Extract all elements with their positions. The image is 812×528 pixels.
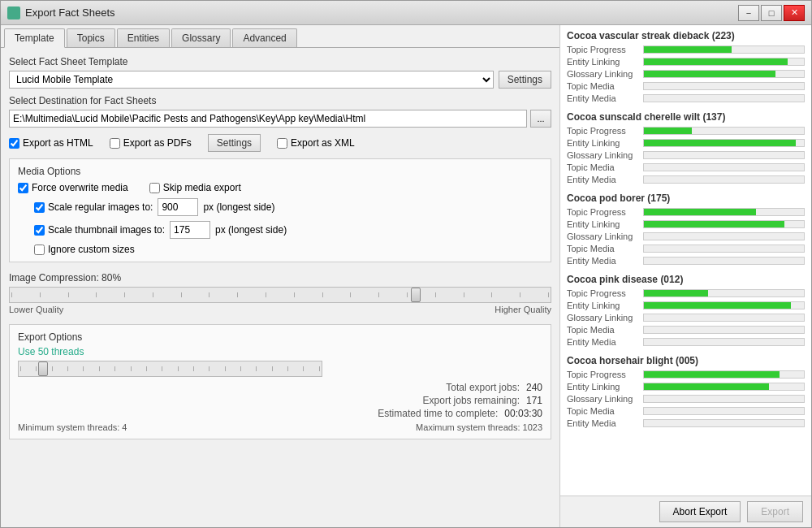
progress-item: Entity Linking <box>567 57 805 67</box>
tab-advanced[interactable]: Advanced <box>232 28 296 47</box>
skip-media-checkbox[interactable] <box>149 183 160 193</box>
progress-item: Entity Linking <box>567 138 805 148</box>
estimated-value: 00:03:30 <box>504 408 542 419</box>
scale-thumb-row: Scale thumbnail images to: px (longest s… <box>18 221 542 239</box>
export-xml-checkbox[interactable] <box>277 138 287 149</box>
progress-item: Glossary Linking <box>567 150 805 160</box>
scale-thumb-checkbox[interactable] <box>34 225 45 236</box>
progress-bar-container <box>643 127 805 135</box>
progress-item-label: Entity Media <box>567 256 640 266</box>
progress-bar <box>644 58 788 65</box>
progress-item: Entity Media <box>567 256 805 266</box>
progress-item-label: Topic Progress <box>567 370 640 379</box>
scale-thumb-checkbox-label[interactable]: Scale thumbnail images to: <box>34 224 165 236</box>
progress-bar <box>644 46 732 53</box>
scale-regular-checkbox-label[interactable]: Scale regular images to: <box>34 201 153 213</box>
template-dropdown[interactable]: Lucid Mobile Template <box>9 71 494 89</box>
progress-item-label: Glossary Linking <box>567 394 640 404</box>
compression-section: Image Compression: 80% <box>9 272 551 314</box>
minimize-button[interactable]: − <box>738 5 759 21</box>
progress-bar-container <box>643 289 805 297</box>
progress-container: Cocoa vascular streak dieback (223)Topic… <box>567 30 805 428</box>
progress-bar-container <box>643 232 805 240</box>
compression-slider-handle[interactable] <box>411 288 421 302</box>
progress-item-label: Glossary Linking <box>567 313 640 322</box>
progress-bar <box>644 209 756 215</box>
main-window: Export Fact Sheets − □ ✕ Template Topics… <box>0 0 812 528</box>
export-html-checkbox[interactable] <box>9 138 19 149</box>
progress-item: Topic Progress <box>567 370 805 379</box>
force-overwrite-checkbox[interactable] <box>18 183 28 193</box>
progress-bar <box>644 128 692 134</box>
progress-item: Entity Linking <box>567 382 805 392</box>
progress-item-label: Entity Linking <box>567 57 640 67</box>
bottom-bar: Abort Export Export <box>560 496 811 527</box>
progress-section-title: Cocoa vascular streak dieback (223) <box>567 30 805 41</box>
tab-entities[interactable]: Entities <box>117 28 170 47</box>
left-panel: Template Topics Entities Glossary Advanc… <box>1 25 559 527</box>
media-checkboxes-row: Force overwrite media Skip media export <box>18 182 542 193</box>
progress-bar <box>644 302 791 309</box>
template-row: Lucid Mobile Template Settings <box>9 71 551 89</box>
close-button[interactable]: ✕ <box>784 5 805 21</box>
progress-bar-container <box>643 208 805 216</box>
progress-section-title: Cocoa sunscald cherelle wilt (137) <box>567 111 805 123</box>
export-pdf-checkbox[interactable] <box>110 138 120 149</box>
force-overwrite-label[interactable]: Force overwrite media <box>18 182 128 193</box>
template-settings-button[interactable]: Settings <box>499 71 551 89</box>
slider-labels: Lower Quality Higher Quality <box>9 305 551 314</box>
progress-item: Entity Linking <box>567 219 805 229</box>
progress-bar <box>644 221 784 227</box>
ignore-custom-label[interactable]: Ignore custom sizes <box>34 244 542 255</box>
lower-quality-label: Lower Quality <box>9 305 63 314</box>
scale-regular-group: Scale regular images to: px (longest sid… <box>34 198 274 216</box>
export-button[interactable]: Export <box>747 501 803 522</box>
progress-bar-container <box>643 70 805 78</box>
system-row: Minimum system threads: 4 Maximum system… <box>18 422 542 432</box>
progress-item-label: Topic Progress <box>567 126 640 136</box>
progress-item-label: Glossary Linking <box>567 232 640 241</box>
threads-slider-track[interactable] <box>18 361 322 377</box>
progress-bar-container <box>643 395 805 403</box>
titlebar: Export Fact Sheets − □ ✕ <box>1 1 811 25</box>
export-settings-button[interactable]: Settings <box>208 134 261 152</box>
scale-regular-input[interactable] <box>158 198 198 216</box>
browse-button[interactable]: ... <box>530 110 551 128</box>
tab-content: Select Fact Sheet Template Lucid Mobile … <box>1 48 559 527</box>
export-xml-label[interactable]: Export as XML <box>277 137 355 149</box>
threads-slider-handle[interactable] <box>38 361 48 376</box>
restore-button[interactable]: □ <box>761 5 782 21</box>
tab-template[interactable]: Template <box>4 28 65 48</box>
progress-item-label: Topic Progress <box>567 45 640 54</box>
abort-export-button[interactable]: Abort Export <box>659 501 741 522</box>
tab-topics[interactable]: Topics <box>67 28 115 47</box>
export-pdf-label[interactable]: Export as PDFs <box>110 137 192 149</box>
progress-section: Cocoa vascular streak dieback (223)Topic… <box>567 30 805 103</box>
progress-scroll[interactable]: Cocoa vascular streak dieback (223)Topic… <box>560 25 811 496</box>
progress-bar-container <box>643 326 805 334</box>
progress-bar-container <box>643 94 805 102</box>
progress-item: Entity Media <box>567 337 805 347</box>
tab-glossary[interactable]: Glossary <box>171 28 231 47</box>
tab-bar: Template Topics Entities Glossary Advanc… <box>1 25 559 48</box>
progress-bar-container <box>643 82 805 90</box>
progress-bar <box>644 383 769 390</box>
progress-section: Cocoa sunscald cherelle wilt (137)Topic … <box>567 111 805 184</box>
destination-input[interactable] <box>9 110 527 128</box>
skip-media-label[interactable]: Skip media export <box>149 182 241 193</box>
scale-regular-checkbox[interactable] <box>34 202 45 213</box>
progress-item-label: Topic Progress <box>567 288 640 298</box>
scale-regular-suffix: px (longest side) <box>203 201 274 213</box>
compression-slider-track[interactable] <box>9 287 551 303</box>
export-html-label[interactable]: Export as HTML <box>9 137 93 149</box>
export-format-row: Export as HTML Export as PDFs Settings E… <box>9 134 551 152</box>
min-threads-label: Minimum system threads: 4 <box>18 422 127 432</box>
progress-bar <box>644 140 796 146</box>
ignore-custom-checkbox[interactable] <box>34 245 45 255</box>
progress-item: Glossary Linking <box>567 69 805 79</box>
progress-item-label: Topic Media <box>567 244 640 253</box>
progress-item: Topic Media <box>567 325 805 335</box>
template-section: Select Fact Sheet Template Lucid Mobile … <box>9 56 551 89</box>
scale-thumb-input[interactable] <box>170 221 210 239</box>
jobs-remaining-value: 171 <box>526 395 542 406</box>
